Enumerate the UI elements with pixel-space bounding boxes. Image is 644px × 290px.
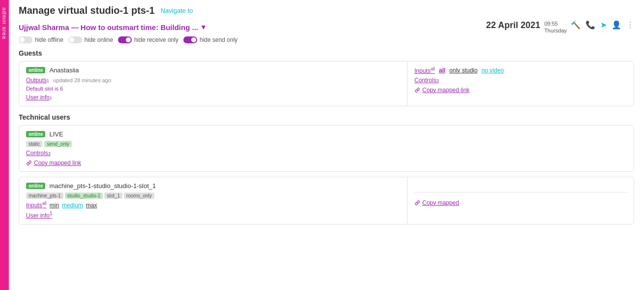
- sidebar: admin area: [0, 0, 9, 290]
- machine-tag-row: machine_pts-1 studio_studio-1 slot_1 roo…: [26, 193, 400, 199]
- live-tag-send-only: send_only: [44, 141, 72, 147]
- toggle-hide-receive-only[interactable]: [118, 36, 132, 43]
- navigate-to-link[interactable]: Navigate to: [161, 7, 193, 14]
- machine-copy-area: Copy mapped: [414, 192, 627, 206]
- machine-filter-min[interactable]: min: [50, 202, 59, 209]
- filter-label-send-only: hide send only: [200, 36, 237, 43]
- user-info-label: User info: [26, 94, 50, 101]
- filter-hide-receive-only[interactable]: hide receive only: [118, 36, 178, 43]
- technical-user-card-machine: online machine_pts-1-studio_studio-1-slo…: [19, 177, 634, 225]
- outputs-link[interactable]: Outputs1: [26, 77, 49, 84]
- person-icon[interactable]: 👤: [612, 20, 621, 30]
- machine-inputs-sup: all: [42, 201, 47, 206]
- machine-user-info-text: User info: [26, 212, 50, 219]
- live-controls-row: Controls3: [26, 149, 627, 157]
- live-user-name: LIVE: [49, 130, 63, 138]
- live-controls-sup: 3: [48, 151, 51, 156]
- live-user-header: online LIVE: [26, 130, 627, 138]
- machine-tag-4: rooms_only: [124, 193, 154, 199]
- machine-inputs-text: Inputs: [26, 202, 42, 209]
- guest-outputs-row: Outputs1 updated 28 minutes ago: [26, 77, 400, 84]
- toggle-hide-online[interactable]: [68, 36, 82, 43]
- studio-name[interactable]: Ujjwal Sharma — How to outsmart time: Bu…: [19, 23, 198, 32]
- toggle-hide-offline[interactable]: [19, 36, 32, 43]
- update-info: updated 28 minutes ago: [53, 77, 111, 83]
- send-icon[interactable]: ➤: [600, 20, 607, 30]
- guests-section-header: Guests: [19, 49, 634, 57]
- filter-hide-send-only[interactable]: hide send only: [183, 36, 237, 43]
- machine-user-info-link[interactable]: User info1: [26, 212, 53, 219]
- machine-user-name: machine_pts-1-studio_studio-1-slot_1: [49, 182, 156, 190]
- guest-card-inner: online Anastasiia Outputs1 updated 28 mi…: [19, 62, 634, 106]
- wrench-icon[interactable]: 🔨: [571, 20, 581, 30]
- user-info-link[interactable]: User info1: [26, 94, 52, 101]
- machine-copy-container: Copy mapped: [414, 192, 627, 206]
- technical-users-header: Technical users: [19, 113, 634, 121]
- machine-inputs-link[interactable]: Inputsall: [26, 201, 47, 209]
- sidebar-label: admin area: [1, 7, 7, 39]
- time-text: 09:55: [544, 20, 567, 27]
- copy-mapped-label-machine: Copy mapped: [422, 199, 459, 206]
- machine-status-badge: online: [26, 183, 45, 189]
- copy-mapped-link-machine[interactable]: Copy mapped: [414, 199, 627, 206]
- filter-label-online: hide online: [85, 36, 113, 43]
- chevron-down-icon[interactable]: ▼: [200, 23, 207, 31]
- machine-tag-1: machine_pts-1: [26, 193, 63, 199]
- controls-row: Controls3: [414, 76, 627, 84]
- outputs-label: Outputs: [26, 77, 47, 84]
- filter-hide-offline[interactable]: hide offline: [19, 36, 63, 43]
- filter-hide-online[interactable]: hide online: [68, 36, 113, 43]
- live-tags: static send_only: [26, 141, 627, 147]
- studio-row: Ujjwal Sharma — How to outsmart time: Bu…: [19, 20, 634, 34]
- grid-icon[interactable]: ⋮: [626, 20, 634, 30]
- phone-icon[interactable]: 📞: [585, 20, 595, 30]
- machine-user-header: online machine_pts-1-studio_studio-1-slo…: [26, 182, 400, 190]
- technical-users-section: Technical users online LIVE static send_…: [19, 113, 634, 225]
- copy-mapped-link-live[interactable]: Copy mapped link: [26, 160, 627, 166]
- time-info: 09:55 Thursday: [544, 20, 567, 34]
- page-header: Manage virtual studio-1 pts-1 Navigate t…: [19, 5, 634, 16]
- machine-card-inner: online machine_pts-1-studio_studio-1-slo…: [19, 177, 634, 224]
- studio-selector: Ujjwal Sharma — How to outsmart time: Bu…: [19, 23, 207, 32]
- date-info: 22 April 2021 09:55 Thursday 🔨 📞 ➤ 👤 ⋮: [486, 20, 634, 34]
- guest-user-name: Anastasiia: [49, 66, 79, 74]
- guest-card-anastasiia: online Anastasiia Outputs1 updated 28 mi…: [19, 61, 634, 106]
- machine-card-left: online machine_pts-1-studio_studio-1-slo…: [19, 177, 408, 224]
- copy-mapped-link-guest[interactable]: Copy mapped link: [414, 87, 627, 94]
- date-text: 22 April 2021: [486, 20, 540, 31]
- link-icon: [414, 87, 420, 93]
- live-controls-text: Controls: [26, 150, 48, 157]
- inputs-link[interactable]: Inputsall: [414, 66, 435, 74]
- studio-icons: 🔨 📞 ➤ 👤 ⋮: [571, 20, 634, 30]
- inputs-row: Inputsall all only studio no video: [414, 66, 627, 74]
- copy-mapped-label: Copy mapped link: [422, 87, 469, 94]
- guest-user-header: online Anastasiia: [26, 66, 400, 74]
- copy-mapped-label-live: Copy mapped link: [34, 160, 81, 166]
- filter-label-receive-only: hide receive only: [134, 36, 178, 43]
- machine-card-right: Copy mapped: [408, 177, 634, 224]
- live-tag-static: static: [26, 141, 42, 147]
- live-controls-link[interactable]: Controls3: [26, 150, 51, 157]
- inputs-sup: all: [431, 66, 435, 71]
- filter-all[interactable]: all: [439, 67, 445, 74]
- guest-card-left: online Anastasiia Outputs1 updated 28 mi…: [19, 62, 408, 106]
- guest-status-badge: online: [26, 67, 45, 73]
- link-icon-machine: [414, 200, 420, 206]
- controls-link[interactable]: Controls3: [414, 77, 439, 84]
- machine-user-info-sup: 1: [50, 211, 53, 216]
- guest-card-right: Inputsall all only studio no video Contr…: [408, 62, 634, 106]
- toggle-hide-send-only[interactable]: [183, 36, 197, 43]
- page-title: Manage virtual studio-1 pts-1: [19, 5, 155, 16]
- machine-tag-3: slot_1: [104, 193, 122, 199]
- controls-label-text: Controls: [414, 77, 437, 84]
- main-content: Manage virtual studio-1 pts-1 Navigate t…: [9, 0, 644, 290]
- machine-filter-medium[interactable]: medium: [62, 202, 83, 209]
- machine-filter-max[interactable]: max: [86, 202, 97, 209]
- day-text: Thursday: [544, 27, 567, 34]
- filter-row: hide offline hide online hide receive on…: [19, 36, 634, 43]
- controls-sup: 3: [437, 78, 439, 83]
- filter-label-offline: hide offline: [35, 36, 63, 43]
- default-slot-text: Default slot is 6: [26, 86, 400, 92]
- filter-only-studio[interactable]: only studio: [449, 67, 477, 74]
- filter-no-video[interactable]: no video: [481, 67, 503, 74]
